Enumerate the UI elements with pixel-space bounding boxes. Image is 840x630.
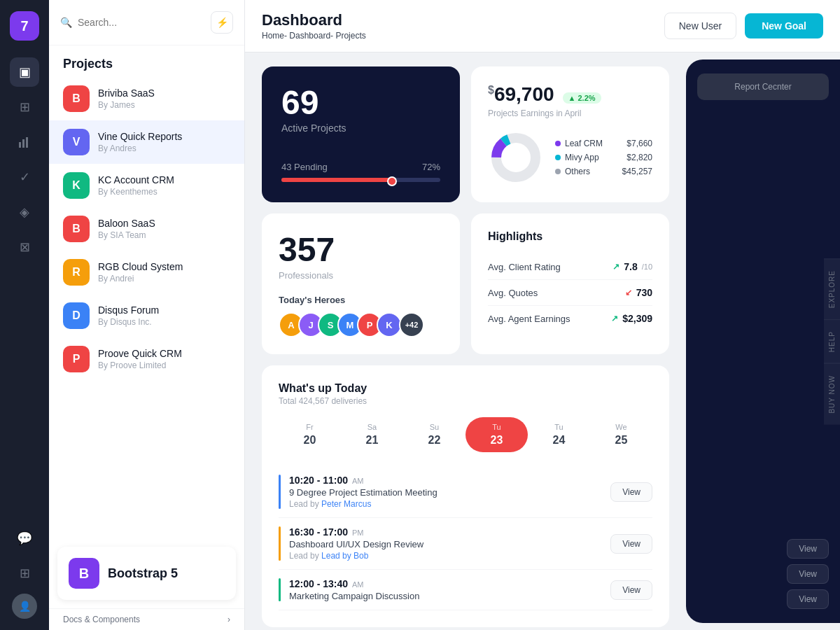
nav-bottom-avatar[interactable]: 👤 — [12, 594, 37, 619]
professionals-card: 357 Professionals Today's Heroes A J S M… — [262, 214, 460, 354]
event-item-3: 12:00 - 13:40 AM Marketing Campaign Disc… — [279, 570, 652, 610]
event-view-btn-1[interactable]: View — [610, 482, 652, 502]
bootstrap-name: Bootstrap 5 — [108, 566, 178, 581]
pending-pct: 72% — [422, 162, 440, 172]
cal-day-21[interactable]: Sa 21 — [341, 417, 403, 452]
event-lead-link-1[interactable]: Peter Marcus — [321, 499, 371, 509]
nav-icon-box[interactable]: ⊠ — [10, 232, 39, 262]
nav-icon-grid2[interactable]: ⊞ — [10, 559, 39, 588]
event-lead-link-2[interactable]: Lead by Bob — [321, 551, 368, 561]
content-wrapper: 69 Active Projects 43 Pending 72% — [245, 52, 840, 630]
project-logo-0: B — [63, 85, 90, 112]
help-label[interactable]: Help — [824, 319, 840, 363]
nav-icon-dashboard[interactable]: ▣ — [10, 57, 39, 87]
earnings-body: Leaf CRM $7,660 Mivy App $2,820 — [488, 130, 652, 186]
cal-day-24[interactable]: Tu 24 — [528, 417, 590, 452]
donut-chart — [488, 130, 544, 186]
cal-day-20[interactable]: Fr 20 — [279, 417, 341, 452]
calendar-row: Fr 20 Sa 21 Su 22 Tu 23 — [279, 417, 652, 452]
cal-day-22[interactable]: Su 22 — [403, 417, 465, 452]
nav-icon-layers[interactable]: ◈ — [10, 197, 39, 227]
breadcrumb: Home- Dashboard- Projects — [262, 31, 366, 41]
center-panel: 69 Active Projects 43 Pending 72% — [245, 52, 686, 630]
project-by-5: By Disqus Inc. — [98, 317, 230, 327]
project-info-1: Vine Quick Reports By Andres — [98, 131, 230, 153]
earnings-badge: ▲ 2.2% — [563, 92, 601, 104]
event-time-2: 16:30 - 17:00 PM — [289, 526, 602, 538]
view-btn-right-2[interactable]: View — [787, 564, 829, 584]
whatsup-subtitle: Total 424,567 deliveries — [279, 396, 652, 406]
legend-dot-others — [555, 169, 561, 174]
project-by-4: By Andrei — [98, 274, 230, 284]
project-logo-4: R — [63, 259, 90, 286]
more-avatars: +42 — [399, 312, 424, 337]
professionals-label: Professionals — [279, 270, 443, 281]
report-center-button[interactable]: Report Cecnter — [697, 74, 829, 100]
active-projects-card: 69 Active Projects 43 Pending 72% — [262, 66, 460, 202]
event-bar-2 — [279, 526, 281, 561]
legend: Leaf CRM $7,660 Mivy App $2,820 — [555, 139, 652, 176]
project-list: B Briviba SaaS By James V Vine Quick Rep… — [49, 77, 244, 538]
nav-icon-check[interactable]: ✓ — [10, 162, 39, 192]
event-view-btn-3[interactable]: View — [610, 580, 652, 600]
project-by-6: By Proove Limited — [98, 360, 230, 370]
calendar-section: What's up Today Total 424,567 deliveries… — [262, 365, 669, 627]
pending-row: 43 Pending 72% — [281, 162, 440, 172]
whatsup-title: What's up Today — [279, 382, 652, 395]
event-lead-1: Lead by Peter Marcus — [289, 499, 602, 509]
legend-item-mivy: Mivy App $2,820 — [555, 153, 652, 162]
event-time-3: 12:00 - 13:40 AM — [289, 578, 602, 589]
project-item-3[interactable]: B Baloon SaaS By SIA Team — [49, 207, 244, 251]
buy-now-label[interactable]: Buy now — [824, 363, 840, 425]
search-icon: 🔍 — [60, 17, 72, 28]
nav-icon-chat[interactable]: 💬 — [10, 524, 39, 553]
project-item-2[interactable]: K KC Account CRM By Keenthemes — [49, 164, 244, 207]
highlight-row-earnings: Avg. Agent Earnings ↗ $2,309 — [488, 306, 652, 331]
new-goal-button[interactable]: New Goal — [745, 13, 823, 38]
project-item-5[interactable]: D Disqus Forum By Disqus Inc. — [49, 294, 244, 337]
project-by-2: By Keenthemes — [98, 187, 230, 197]
earnings-card: $69,700 ▲ 2.2% Projects Earnings in Apri… — [471, 66, 669, 202]
project-info-2: KC Account CRM By Keenthemes — [98, 174, 230, 197]
search-input[interactable] — [78, 17, 205, 28]
project-name-2: KC Account CRM — [98, 174, 230, 186]
new-user-button[interactable]: New User — [664, 13, 736, 39]
nav-icon-grid[interactable]: ⊞ — [10, 92, 39, 122]
explore-label[interactable]: Explore — [824, 258, 840, 319]
earnings-header: $69,700 ▲ 2.2% Projects Earnings in Apri… — [488, 83, 652, 118]
legend-dot-mivy — [555, 155, 561, 160]
cal-day-23-today[interactable]: Tu 23 — [465, 417, 528, 452]
event-bar-3 — [279, 578, 281, 601]
cal-day-25[interactable]: We 25 — [590, 417, 652, 452]
filter-button[interactable]: ⚡ — [211, 11, 233, 34]
project-name-6: Proove Quick CRM — [98, 348, 230, 359]
arrow-down-icon: ↙ — [625, 288, 632, 298]
view-btn-right-1[interactable]: View — [787, 539, 829, 559]
earnings-subtitle: Projects Earnings in April — [488, 108, 652, 118]
project-name-1: Vine Quick Reports — [98, 131, 230, 142]
project-item-1[interactable]: V Vine Quick Reports By Andres — [49, 120, 244, 164]
project-item-6[interactable]: P Proove Quick CRM By Proove Limited — [49, 337, 244, 381]
nav-icon-chart[interactable] — [10, 127, 39, 157]
search-bar: 🔍 ⚡ — [49, 0, 244, 46]
svg-rect-1 — [22, 139, 24, 148]
svg-rect-2 — [26, 137, 28, 148]
project-item-4[interactable]: R RGB Cloud System By Andrei — [49, 251, 244, 294]
page-title: Dashboard — [262, 11, 366, 29]
dollar-sign: $ — [488, 84, 494, 96]
project-info-6: Proove Quick CRM By Proove Limited — [98, 348, 230, 370]
avatars-row: A J S M P K +42 — [279, 312, 443, 337]
event-item-2: 16:30 - 17:00 PM Dashboard UI/UX Design … — [279, 518, 652, 570]
project-item-0[interactable]: B Briviba SaaS By James — [49, 77, 244, 120]
legend-dot-leaf — [555, 141, 561, 146]
svg-rect-0 — [19, 142, 21, 148]
docs-link[interactable]: Docs & Components › — [49, 608, 244, 630]
nav-user-avatar[interactable]: 7 — [10, 11, 39, 41]
highlight-row-quotes: Avg. Quotes ↙ 730 — [488, 280, 652, 306]
professionals-number: 357 — [279, 230, 443, 269]
side-vertical-labels: Explore Help Buy now — [824, 258, 840, 425]
event-name-1: 9 Degree Project Estimation Meeting — [289, 487, 602, 498]
active-projects-footer: 43 Pending 72% — [281, 162, 440, 182]
view-btn-right-3[interactable]: View — [787, 589, 829, 609]
event-view-btn-2[interactable]: View — [610, 534, 652, 554]
